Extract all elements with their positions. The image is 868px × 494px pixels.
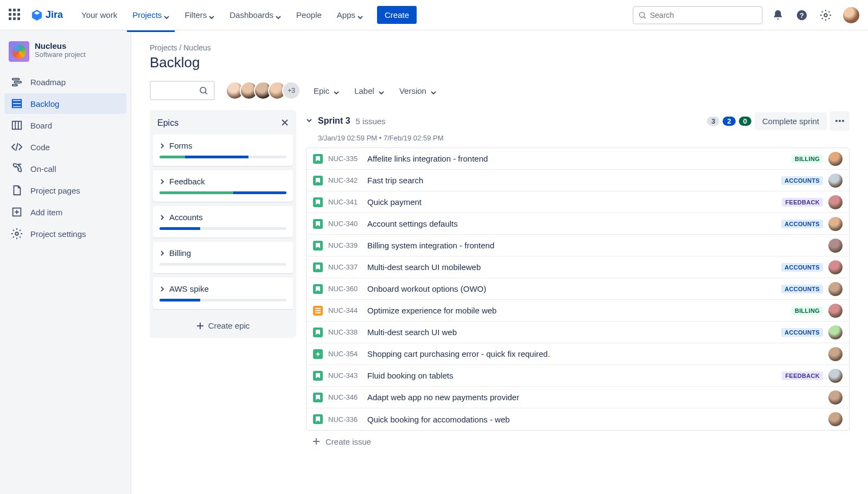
create-epic-button[interactable]: Create epic bbox=[150, 313, 296, 338]
board-icon bbox=[11, 119, 23, 131]
complete-sprint-button[interactable]: Complete sprint bbox=[755, 112, 827, 130]
search-icon bbox=[638, 11, 647, 20]
sidebar: Nucleus Software project Roadmap Backlog… bbox=[0, 30, 131, 494]
epic-card[interactable]: AWS spike bbox=[153, 278, 293, 309]
sprint-panel: Sprint 3 5 issues 3 2 0 Complete sprint … bbox=[306, 110, 850, 452]
filter-label[interactable]: Label bbox=[352, 84, 386, 98]
issue-row[interactable]: NUC-338Multi-dest search UI webACCOUNTS bbox=[307, 322, 849, 343]
sidebar-item-code[interactable]: Code bbox=[4, 137, 126, 157]
assignee-avatar[interactable] bbox=[828, 325, 843, 339]
user-avatar[interactable] bbox=[843, 7, 859, 23]
project-header[interactable]: Nucleus Software project bbox=[4, 41, 126, 72]
issue-row[interactable]: NUC-342Fast trip searchACCOUNTS bbox=[307, 170, 849, 191]
assignee-avatar[interactable] bbox=[828, 347, 843, 361]
search-input[interactable] bbox=[650, 11, 757, 20]
create-issue-button[interactable]: Create issue bbox=[306, 431, 850, 452]
sidebar-item-roadmap[interactable]: Roadmap bbox=[4, 72, 126, 92]
issue-type-icon bbox=[313, 414, 323, 424]
assignee-avatar[interactable] bbox=[828, 152, 843, 166]
nav-filters-label: Filters bbox=[184, 10, 207, 20]
backlog-icon bbox=[11, 98, 23, 110]
pill-done: 0 bbox=[739, 117, 751, 126]
assignee-avatar[interactable] bbox=[828, 174, 843, 188]
filter-version[interactable]: Version bbox=[397, 84, 438, 98]
app-switcher-icon[interactable] bbox=[9, 9, 22, 22]
sidebar-item-board[interactable]: Board bbox=[4, 115, 126, 136]
assignee-avatar[interactable] bbox=[828, 282, 843, 296]
issue-row[interactable]: NUC-354Shopping cart purchasing error - … bbox=[307, 343, 849, 365]
issue-type-icon bbox=[313, 371, 323, 381]
svg-rect-9 bbox=[12, 106, 22, 108]
sidebar-item-backlog[interactable]: Backlog bbox=[4, 93, 126, 114]
chevron-down-icon bbox=[334, 88, 339, 93]
epic-progress bbox=[159, 299, 286, 301]
assignee-filter[interactable]: +3 bbox=[226, 81, 301, 100]
assignee-avatar[interactable] bbox=[828, 239, 843, 253]
nav-projects[interactable]: Projects bbox=[127, 6, 175, 24]
sidebar-label: Code bbox=[30, 143, 50, 152]
sidebar-item-settings[interactable]: Project settings bbox=[4, 223, 126, 244]
nav-dashboards[interactable]: Dashboards bbox=[224, 6, 286, 24]
issue-type-icon bbox=[313, 241, 323, 251]
global-search[interactable] bbox=[633, 6, 763, 24]
assignee-avatar[interactable] bbox=[828, 304, 843, 318]
sidebar-item-oncall[interactable]: On-call bbox=[4, 158, 126, 179]
sprint-issue-count: 5 issues bbox=[356, 117, 386, 126]
issue-row[interactable]: NUC-337Multi-dest search UI mobilewebACC… bbox=[307, 256, 849, 278]
sidebar-item-add[interactable]: Add item bbox=[4, 202, 126, 222]
svg-point-3 bbox=[824, 14, 827, 17]
nav-people[interactable]: People bbox=[291, 6, 327, 24]
epics-heading: Epics bbox=[157, 118, 178, 128]
filter-epic[interactable]: Epic bbox=[311, 84, 341, 98]
issue-row[interactable]: NUC-336Quick booking for accomodations -… bbox=[307, 408, 849, 430]
create-epic-label: Create epic bbox=[208, 321, 250, 330]
assignee-avatar[interactable] bbox=[828, 390, 843, 405]
issue-row[interactable]: NUC-344Optimize experience for mobile we… bbox=[307, 300, 849, 322]
create-button[interactable]: Create bbox=[377, 6, 417, 24]
nav-your-work[interactable]: Your work bbox=[76, 6, 123, 24]
sidebar-label: Board bbox=[30, 121, 52, 130]
avatar-overflow[interactable]: +3 bbox=[282, 81, 301, 100]
issue-row[interactable]: NUC-335Affelite links integration - fron… bbox=[307, 148, 849, 170]
nav-dashboards-label: Dashboards bbox=[229, 10, 273, 20]
epic-card[interactable]: Forms bbox=[153, 134, 293, 166]
assignee-avatar[interactable] bbox=[828, 412, 843, 426]
epic-card[interactable]: Accounts bbox=[153, 206, 293, 238]
backlog-toolbar: +3 Epic Label Version bbox=[150, 81, 850, 100]
issue-type-icon bbox=[313, 284, 323, 294]
epic-name: Accounts bbox=[169, 213, 203, 222]
sidebar-item-project-pages[interactable]: Project pages bbox=[4, 180, 126, 201]
nav-filters[interactable]: Filters bbox=[179, 6, 220, 24]
collapse-sprint-button[interactable] bbox=[306, 117, 312, 125]
issue-type-icon bbox=[313, 176, 323, 185]
svg-rect-7 bbox=[12, 100, 22, 102]
issue-row[interactable]: NUC-343Fluid booking on tabletsFEEDBACK bbox=[307, 365, 849, 387]
issue-key: NUC-338 bbox=[328, 328, 362, 336]
issue-row[interactable]: NUC-346Adapt web app no new payments pro… bbox=[307, 387, 849, 408]
close-epics-button[interactable] bbox=[281, 117, 289, 129]
chevron-down-icon bbox=[209, 12, 214, 18]
notifications-icon[interactable] bbox=[769, 7, 787, 24]
issue-row[interactable]: NUC-340Account settings defaultsACCOUNTS bbox=[307, 213, 849, 235]
issue-key: NUC-342 bbox=[328, 176, 362, 184]
epic-card[interactable]: Billing bbox=[153, 242, 293, 273]
assignee-avatar[interactable] bbox=[828, 195, 843, 209]
issue-row[interactable]: NUC-339Billing system integration - fron… bbox=[307, 235, 849, 256]
epic-card[interactable]: Feedback bbox=[153, 170, 293, 202]
nav-apps[interactable]: Apps bbox=[331, 6, 368, 24]
help-icon[interactable]: ? bbox=[793, 7, 810, 24]
settings-icon[interactable] bbox=[817, 7, 834, 24]
assignee-avatar[interactable] bbox=[828, 260, 843, 274]
issue-row[interactable]: NUC-341Quick paymentFEEDBACK bbox=[307, 191, 849, 213]
jira-logo[interactable]: Jira bbox=[30, 9, 63, 22]
issue-row[interactable]: NUC-360Onboard workout options (OWO)ACCO… bbox=[307, 278, 849, 300]
backlog-search[interactable] bbox=[150, 81, 215, 100]
sprint-more-button[interactable] bbox=[830, 111, 850, 131]
issue-list: NUC-335Affelite links integration - fron… bbox=[306, 147, 850, 431]
breadcrumb[interactable]: Projects / Nucleus bbox=[150, 43, 850, 52]
assignee-avatar[interactable] bbox=[828, 217, 843, 231]
chevron-right-icon bbox=[159, 251, 165, 256]
svg-rect-10 bbox=[12, 121, 22, 130]
assignee-avatar[interactable] bbox=[828, 369, 843, 383]
issue-type-icon bbox=[313, 219, 323, 229]
